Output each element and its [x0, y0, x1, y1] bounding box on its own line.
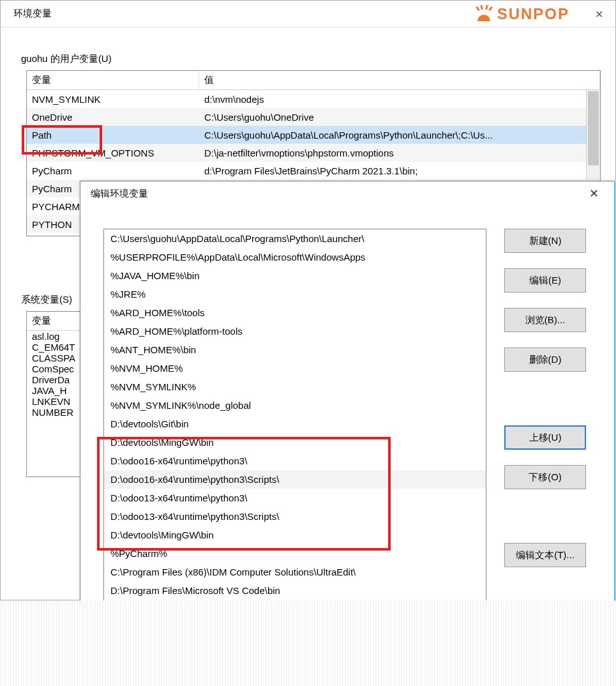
- sunpop-logo: SUNPOP: [474, 4, 569, 24]
- sun-icon: [474, 4, 493, 24]
- list-item[interactable]: D:\odoo16-x64\runtime\python3\Scripts\: [104, 470, 486, 489]
- list-item[interactable]: %NVM_SYMLINK%\node_global: [104, 396, 486, 415]
- close-icon[interactable]: ✕: [586, 4, 612, 24]
- list-item[interactable]: D:\devtools\MingGW\bin: [104, 433, 486, 452]
- edit-text-button[interactable]: 编辑文本(T)...: [504, 543, 586, 567]
- list-item[interactable]: %ANT_HOME%\bin: [104, 340, 486, 359]
- table-row[interactable]: OneDrive C:\Users\guohu\OneDrive: [27, 108, 600, 126]
- edit-title: 编辑环境变量: [91, 188, 148, 200]
- user-vars-label: guohu 的用户变量(U): [21, 53, 603, 65]
- table-header: 变量 值: [27, 71, 600, 90]
- list-item[interactable]: D:\odoo13-x64\runtime\python3\Scripts\: [104, 507, 486, 526]
- delete-button[interactable]: 删除(D): [504, 347, 586, 372]
- path-list[interactable]: C:\Users\guohu\AppData\Local\Programs\Py…: [103, 229, 486, 629]
- list-item[interactable]: %JRE%: [104, 285, 486, 303]
- list-item[interactable]: %NVM_HOME%: [104, 359, 486, 377]
- list-item[interactable]: D:\devtools\MingGW\bin: [104, 526, 486, 544]
- col-header-name[interactable]: 变量: [27, 71, 199, 89]
- new-button[interactable]: 新建(N): [504, 229, 586, 253]
- side-buttons: 新建(N) 编辑(E) 浏览(B)... 删除(D) 上移(U) 下移(O) 编…: [504, 229, 586, 629]
- env-titlebar: 环境变量 SUNPOP ✕: [1, 1, 615, 27]
- list-item[interactable]: %ARD_HOME%\tools: [104, 303, 486, 322]
- list-item[interactable]: D:\Program Files\Microsoft VS Code\bin: [104, 581, 486, 600]
- table-row[interactable]: PyCharm d:\Program Files\JetBrains\PyCha…: [27, 162, 600, 179]
- move-down-button[interactable]: 下移(O): [504, 465, 586, 489]
- col-header-value[interactable]: 值: [199, 71, 600, 89]
- list-item[interactable]: %NVM_SYMLINK%: [104, 377, 486, 396]
- list-item[interactable]: D:\devtools\Git\bin: [104, 415, 486, 433]
- edit-button[interactable]: 编辑(E): [504, 268, 586, 293]
- table-row[interactable]: NVM_SYMLINK d:\nvm\nodejs: [27, 90, 600, 108]
- close-icon[interactable]: ✕: [581, 185, 606, 202]
- table-row[interactable]: PHPSTORM_VM_OPTIONS D:\ja-netfilter\vmop…: [27, 144, 600, 162]
- list-item[interactable]: %USERPROFILE%\AppData\Local\Microsoft\Wi…: [104, 248, 486, 266]
- list-item[interactable]: D:\odoo16-x64\runtime\python3\: [104, 452, 486, 470]
- env-title: 环境变量: [13, 8, 52, 20]
- background-strip: [0, 600, 616, 686]
- list-item[interactable]: D:\odoo13-x64\runtime\python3\: [104, 489, 486, 507]
- list-item[interactable]: %JAVA_HOME%\bin: [104, 266, 486, 285]
- table-row[interactable]: Path C:\Users\guohu\AppData\Local\Progra…: [27, 126, 600, 144]
- list-item[interactable]: C:\Program Files (x86)\IDM Computer Solu…: [104, 563, 486, 581]
- list-item[interactable]: %PyCharm%: [104, 544, 486, 563]
- browse-button[interactable]: 浏览(B)...: [504, 308, 586, 332]
- edit-titlebar: 编辑环境变量 ✕: [80, 181, 614, 206]
- list-item[interactable]: C:\Users\guohu\AppData\Local\Programs\Py…: [104, 229, 486, 248]
- move-up-button[interactable]: 上移(U): [504, 425, 586, 450]
- list-item[interactable]: %ARD_HOME%\platform-tools: [104, 322, 486, 340]
